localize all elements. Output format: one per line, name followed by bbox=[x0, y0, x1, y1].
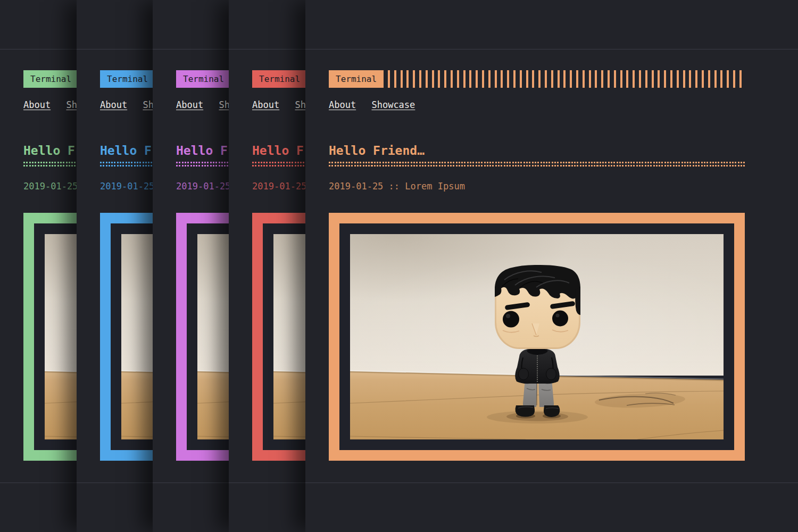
nav-link-about[interactable]: About bbox=[23, 99, 51, 110]
theme-panel-orange: Terminal About Showcase Hello Friend… 20… bbox=[305, 0, 798, 532]
nav-link-showcase[interactable]: Showcase bbox=[371, 99, 415, 110]
site-logo-badge[interactable]: Terminal bbox=[329, 70, 384, 88]
post-meta-date: 2019-01-25 :: Lorem Ipsum bbox=[329, 181, 745, 192]
logo-decoration-bars bbox=[388, 70, 745, 88]
nav-link-about[interactable]: About bbox=[252, 99, 279, 110]
post-title-dotted-divider bbox=[329, 162, 745, 167]
funko-pop-photo-illustration bbox=[350, 234, 724, 439]
site-nav: About Showcase bbox=[329, 100, 745, 110]
site-logo-badge[interactable]: Terminal bbox=[252, 70, 307, 88]
theme-screenshot-stack: Terminal About Showcase Hello Friend… 20… bbox=[0, 0, 798, 532]
funko-pop-photo bbox=[350, 234, 724, 439]
nav-link-about[interactable]: About bbox=[100, 99, 127, 110]
page-content: Terminal About Showcase Hello Friend… 20… bbox=[305, 0, 798, 532]
site-header: Terminal bbox=[329, 70, 745, 88]
post-cover-figure bbox=[329, 213, 745, 461]
site-logo-badge[interactable]: Terminal bbox=[176, 70, 231, 88]
nav-link-about[interactable]: About bbox=[329, 99, 356, 110]
nav-link-about[interactable]: About bbox=[176, 99, 203, 110]
site-logo-badge[interactable]: Terminal bbox=[23, 70, 78, 88]
post-title: Hello Friend… bbox=[329, 144, 745, 159]
site-logo-badge[interactable]: Terminal bbox=[100, 70, 155, 88]
